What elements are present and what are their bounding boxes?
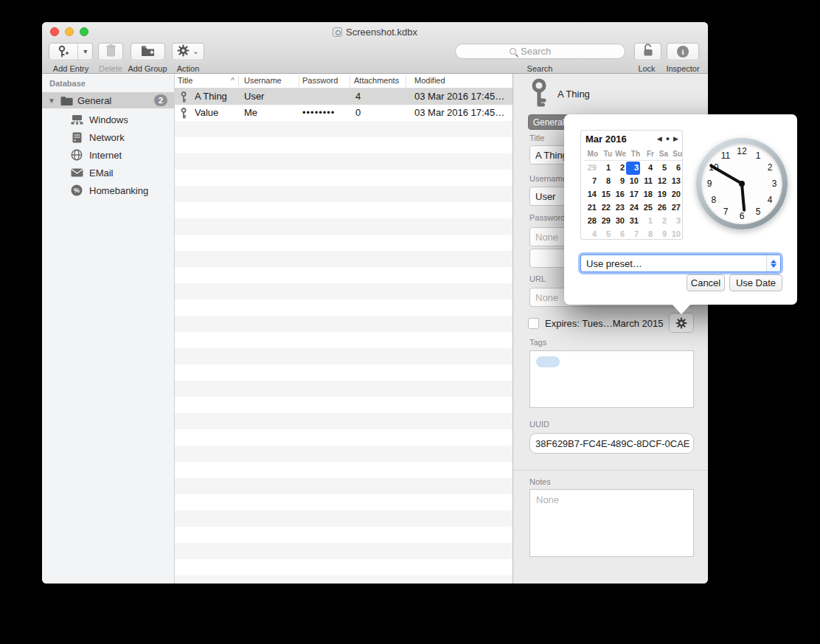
calendar-day[interactable]: 10 xyxy=(668,228,682,241)
calendar-day[interactable]: 15 xyxy=(598,188,612,201)
calendar-day[interactable]: 2 xyxy=(612,162,626,175)
use-date-button[interactable]: Use Date xyxy=(729,274,782,291)
action-button[interactable]: ⌄ xyxy=(172,43,204,60)
expires-checkbox[interactable] xyxy=(528,318,539,329)
preset-combobox[interactable]: Use preset… xyxy=(580,255,781,272)
calendar-day[interactable]: 11 xyxy=(640,175,654,188)
column-header-modified[interactable]: Modified xyxy=(414,76,445,85)
calendar-day[interactable]: 23 xyxy=(612,201,626,215)
empty-row xyxy=(175,137,512,153)
sort-ascending-icon[interactable]: ^ xyxy=(231,76,234,85)
column-divider[interactable] xyxy=(406,75,406,87)
globe-icon xyxy=(70,148,83,162)
calendar-day[interactable]: 1 xyxy=(640,215,654,228)
inspector-button[interactable]: i xyxy=(667,43,699,60)
empty-row xyxy=(175,121,512,137)
add-entry-button[interactable]: ▾ xyxy=(49,43,93,60)
calendar-day[interactable]: 7 xyxy=(584,175,598,188)
calendar-day[interactable]: 22 xyxy=(598,201,612,215)
column-header-attachments[interactable]: Attachments xyxy=(354,76,399,85)
uuid-field[interactable]: 38F629B7-FC4E-489C-8DCF-0CAE xyxy=(529,433,694,454)
minute-hand xyxy=(709,164,743,184)
calendar-day[interactable]: 9 xyxy=(654,228,668,241)
calendar-day[interactable]: 8 xyxy=(598,175,612,188)
calendar-day[interactable]: 13 xyxy=(668,175,682,188)
column-header-password[interactable]: Password xyxy=(302,76,338,85)
column-header-username[interactable]: Username xyxy=(244,76,282,85)
zoom-button[interactable] xyxy=(80,27,88,36)
sidebar: Database ▼ General 2 Windows Network xyxy=(42,74,175,584)
notes-box[interactable]: None xyxy=(529,489,694,557)
column-divider[interactable] xyxy=(238,75,239,87)
calendar-day[interactable]: 24 xyxy=(626,201,640,215)
stepper-icon[interactable] xyxy=(766,255,780,271)
calendar-day[interactable]: 2 xyxy=(654,215,668,228)
calendar-day[interactable]: 29 xyxy=(598,215,612,228)
inspector-label: Inspector xyxy=(666,64,699,73)
calendar-day[interactable]: 8 xyxy=(640,228,654,241)
calendar-day[interactable]: 28 xyxy=(584,215,598,228)
empty-row xyxy=(175,267,512,283)
calendar-day[interactable]: 1 xyxy=(598,162,612,175)
search-input[interactable] xyxy=(519,45,571,58)
calendar-day[interactable]: 25 xyxy=(640,201,654,215)
calendar-day[interactable]: 5 xyxy=(598,228,612,241)
calendar-next-icon[interactable]: ▶ xyxy=(673,135,678,142)
tab-general[interactable]: General xyxy=(528,114,569,130)
clock-numeral: 5 xyxy=(756,207,761,217)
titlebar[interactable]: Screenshot.kdbx xyxy=(42,22,708,41)
calendar-day[interactable]: 30 xyxy=(612,215,626,228)
tag-pill[interactable] xyxy=(536,356,560,367)
calendar-day[interactable]: 9 xyxy=(612,175,626,188)
calendar-day[interactable]: 17 xyxy=(626,188,640,201)
calendar-day[interactable]: 10 xyxy=(626,175,640,188)
calendar-day[interactable]: 3 xyxy=(668,215,682,228)
calendar-day[interactable]: 21 xyxy=(584,201,598,215)
calendar-day[interactable]: 19 xyxy=(654,188,668,201)
minimize-button[interactable] xyxy=(65,27,74,36)
calendar-day[interactable]: 18 xyxy=(640,188,654,201)
entry-count-badge: 2 xyxy=(154,94,167,106)
calendar-day[interactable]: 5 xyxy=(654,162,668,175)
calendar-day[interactable]: 29 xyxy=(584,162,598,175)
lock-button[interactable] xyxy=(634,43,661,60)
calendar-prev-icon[interactable]: ◀ xyxy=(657,135,662,142)
calendar-day[interactable]: 12 xyxy=(654,175,668,188)
sidebar-item-network[interactable]: Network xyxy=(42,129,174,145)
sidebar-item-email[interactable]: EMail xyxy=(42,165,174,181)
calendar-day[interactable]: 4 xyxy=(584,228,598,241)
expires-date-button[interactable] xyxy=(669,313,694,333)
calendar-day[interactable]: 27 xyxy=(668,201,682,215)
day-of-week-label: Mo xyxy=(584,150,598,158)
column-header-title[interactable]: Title xyxy=(178,76,192,85)
calendar-day[interactable]: 31 xyxy=(626,215,640,228)
calendar-grid: 2912345678910111213141516171819202122232… xyxy=(584,162,682,241)
disclosure-triangle-icon[interactable]: ▼ xyxy=(48,97,55,105)
sidebar-item-general[interactable]: ▼ General 2 xyxy=(42,92,174,108)
sidebar-item-windows[interactable]: Windows xyxy=(42,111,174,128)
calendar-today-icon[interactable]: ● xyxy=(666,135,670,142)
sidebar-item-internet[interactable]: Internet xyxy=(42,147,174,163)
tags-box[interactable] xyxy=(529,350,694,408)
calendar-day[interactable]: 16 xyxy=(612,188,626,201)
table-row-selected[interactable]: A Thing User 4 03 Mar 2016 17:45… xyxy=(175,89,512,105)
column-divider[interactable] xyxy=(350,75,350,87)
percent-icon: % xyxy=(70,184,83,197)
empty-row xyxy=(175,186,512,202)
calendar-day[interactable]: 6 xyxy=(668,162,682,175)
expires-label: Expires: Tues…March 2015 xyxy=(545,318,663,329)
calendar-day-selected[interactable]: 3 xyxy=(626,162,640,175)
cancel-button[interactable]: Cancel xyxy=(687,274,725,291)
search-box[interactable] xyxy=(455,44,625,59)
sidebar-item-homebanking[interactable]: % Homebanking xyxy=(42,182,174,198)
calendar-day[interactable]: 26 xyxy=(654,201,668,215)
add-group-button[interactable] xyxy=(131,43,165,60)
calendar-day[interactable]: 4 xyxy=(640,162,654,175)
calendar-day[interactable]: 7 xyxy=(626,228,640,241)
calendar-day[interactable]: 6 xyxy=(612,228,626,241)
calendar-day[interactable]: 20 xyxy=(668,188,682,201)
table-row[interactable]: Value Me •••••••• 0 03 Mar 2016 17:45… xyxy=(175,105,512,121)
column-divider[interactable] xyxy=(299,75,299,87)
calendar-day[interactable]: 14 xyxy=(584,188,598,201)
close-button[interactable] xyxy=(50,27,59,36)
